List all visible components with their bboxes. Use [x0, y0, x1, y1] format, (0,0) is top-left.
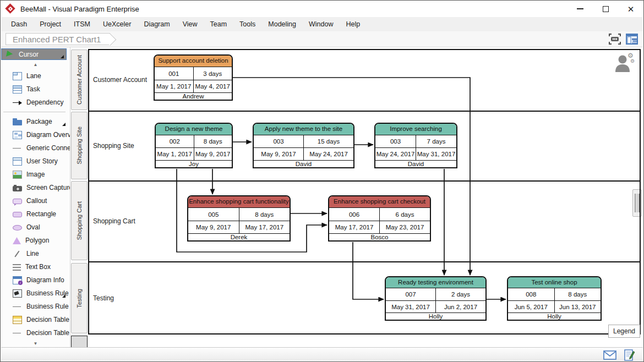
task-node-improve-searching[interactable]: Improve searching0037 daysMay 24, 2017Ma… — [374, 123, 457, 168]
task-duration: 3 days — [194, 67, 232, 80]
task-node-test-online-shop[interactable]: Test online shop0088 daysJun 5, 2017Jun … — [507, 276, 602, 321]
decision-table-link-icon — [13, 329, 22, 337]
lane-header-shopping-cart[interactable]: Shopping Cart — [71, 181, 88, 260]
lane-header-testing[interactable]: Testing — [71, 263, 88, 333]
toolbox-item-callout[interactable]: Callout — [1, 194, 70, 207]
close-button[interactable]: ✕ — [618, 1, 643, 17]
task-title: Ready testing environment — [386, 277, 485, 288]
maximize-icon — [603, 6, 609, 12]
task-start-date: May 24, 2017 — [375, 148, 416, 160]
task-owner: Derek — [188, 234, 290, 240]
expand-corner-icon — [62, 294, 66, 298]
toolbox-item-label: Callout — [26, 197, 47, 205]
title-bar: BeeMall - Visual Paradigm Enterprise ✕ — [1, 1, 643, 17]
breadcrumb-tab-diagram[interactable]: Enhanced PERT Chart1 — [6, 33, 110, 45]
menu-dash[interactable]: Dash — [11, 20, 27, 28]
diagram-canvas[interactable]: ⚙ ⚙ Legend Customer AccountCustomer Acco… — [70, 47, 643, 347]
minimize-icon — [577, 8, 583, 9]
task-id: 005 — [188, 208, 239, 221]
toolbox-item-task[interactable]: Task — [1, 83, 70, 96]
legend-button[interactable]: Legend — [608, 325, 640, 338]
task-end-date: Jun 13, 2017 — [555, 301, 601, 312]
generic-connector-icon — [13, 144, 22, 152]
menu-itsm[interactable]: ITSM — [74, 20, 90, 28]
toolbox-item-image[interactable]: Image — [1, 168, 70, 181]
task-node-enhance-shopping-cart-functionality[interactable]: Enhance shopping cart functionality0058 … — [187, 195, 291, 242]
toolbox-item-polygon[interactable]: Polygon — [1, 234, 70, 247]
toolbox-item-user-story[interactable]: User Story — [1, 155, 70, 168]
oval-icon — [13, 225, 22, 231]
toolbox-item-cursor[interactable]: Cursor — [1, 48, 67, 60]
lane-label-shopping-cart: Shopping Cart — [93, 217, 135, 225]
toolbox-item-generic-connector[interactable]: Generic Connector — [1, 141, 70, 155]
menu-team[interactable]: Team — [210, 20, 227, 28]
fit-to-view-icon[interactable] — [608, 33, 621, 45]
edit-document-icon[interactable] — [624, 349, 635, 361]
task-title: Improve searching — [375, 124, 456, 135]
maximize-button[interactable] — [593, 1, 618, 17]
panel-layout-icon[interactable] — [625, 33, 638, 45]
task-end-date: Jun 2, 2017 — [436, 301, 485, 312]
toolbox-item-diagram-overview[interactable]: Diagram Overview — [1, 128, 70, 141]
toolbox-item-screen-capture[interactable]: Screen Capture — [1, 181, 70, 194]
task-duration: 8 days — [194, 135, 232, 148]
task-title: Support account deletion — [155, 56, 232, 67]
user-settings-icon[interactable]: ⚙ ⚙ — [613, 52, 635, 75]
task-node-apply-new-theme-to-the-site[interactable]: Apply new theme to the site00315 daysMay… — [253, 123, 354, 168]
menu-help[interactable]: Help — [346, 20, 360, 28]
menu-tools[interactable]: Tools — [239, 20, 255, 28]
task-node-enhance-shopping-cart-checkout[interactable]: Enhance shopping cart checkout0066 daysM… — [328, 195, 431, 242]
svg-text:⚙: ⚙ — [630, 58, 635, 64]
lane-header-shopping-site[interactable]: Shopping Site — [71, 112, 88, 179]
task-end-date: May 31, 2017 — [416, 148, 456, 160]
toolbox-item-label: Lane — [26, 72, 41, 80]
menu-view[interactable]: View — [183, 20, 198, 28]
menu-diagram[interactable]: Diagram — [144, 20, 170, 28]
task-node-design-a-new-theme[interactable]: Design a new theme0028 daysMay 1, 2017Ma… — [155, 123, 233, 168]
lane-header-customer-account[interactable]: Customer Account — [71, 50, 88, 110]
toolbox-item-line[interactable]: Line — [1, 247, 70, 260]
toolbox-item-lane[interactable]: Lane — [1, 69, 70, 83]
task-id: 001 — [155, 67, 194, 80]
toolbox-scroll-down[interactable]: ▼ — [1, 339, 70, 347]
breadcrumb-bar: Enhanced PERT Chart1 — [1, 31, 643, 47]
line-icon — [13, 250, 22, 258]
toolbox-scroll-up[interactable]: ▲ — [1, 61, 70, 69]
task-duration: 2 days — [436, 288, 485, 300]
toolbox-item-text-box[interactable]: Text Box — [1, 260, 70, 273]
diagram-info-icon — [13, 276, 22, 284]
lane-label-shopping-site: Shopping Site — [93, 142, 134, 150]
application-window: BeeMall - Visual Paradigm Enterprise ✕ D… — [0, 0, 644, 362]
dependency-icon — [13, 98, 22, 107]
toolbox-item-label: Package — [26, 118, 52, 125]
toolbox-item-oval[interactable]: Oval — [1, 221, 70, 234]
toolbox-item-business-rule[interactable]: Business Rule — [1, 287, 70, 300]
mail-icon[interactable] — [603, 350, 616, 360]
task-id: 003 — [254, 135, 304, 148]
menu-uexceler[interactable]: UeXceler — [103, 20, 131, 28]
toolbox-item-decision-table-link[interactable]: Decision Table Link — [1, 326, 70, 339]
expand-corner-icon — [61, 55, 64, 58]
toolbox-item-business-rule-link[interactable]: Business Rule Link — [1, 300, 70, 313]
business-rule-icon — [13, 289, 22, 298]
toolbox-item-label: User Story — [26, 157, 58, 165]
task-node-ready-testing-environment[interactable]: Ready testing environment0072 daysMay 31… — [385, 276, 487, 321]
task-node-support-account-deletion[interactable]: Support account deletion0013 daysMay 1, … — [154, 54, 233, 101]
task-start-date: May 17, 2017 — [329, 221, 380, 233]
toolbox-item-label: Decision Table Link — [26, 329, 70, 337]
toolbox-item-diagram-info[interactable]: Diagram Info — [1, 273, 70, 287]
menu-project[interactable]: Project — [40, 20, 61, 28]
minimize-button[interactable] — [567, 1, 593, 17]
toolbox-item-label: Line — [26, 250, 39, 257]
toolbox-item-dependency[interactable]: Dependency — [1, 96, 70, 109]
menu-window[interactable]: Window — [309, 20, 333, 28]
toolbox-item-package[interactable]: Package — [1, 115, 70, 128]
task-id: 002 — [156, 135, 194, 148]
task-owner: Bosco — [329, 234, 430, 240]
menu-modeling[interactable]: Modeling — [268, 20, 296, 28]
lane-corner-box[interactable] — [71, 336, 88, 347]
toolbox-item-decision-table[interactable]: Decision Table — [1, 313, 70, 326]
business-rule-link-icon — [13, 303, 22, 311]
toolbox-item-rectangle[interactable]: Rectangle — [1, 207, 70, 221]
task-duration: 6 days — [380, 208, 430, 221]
